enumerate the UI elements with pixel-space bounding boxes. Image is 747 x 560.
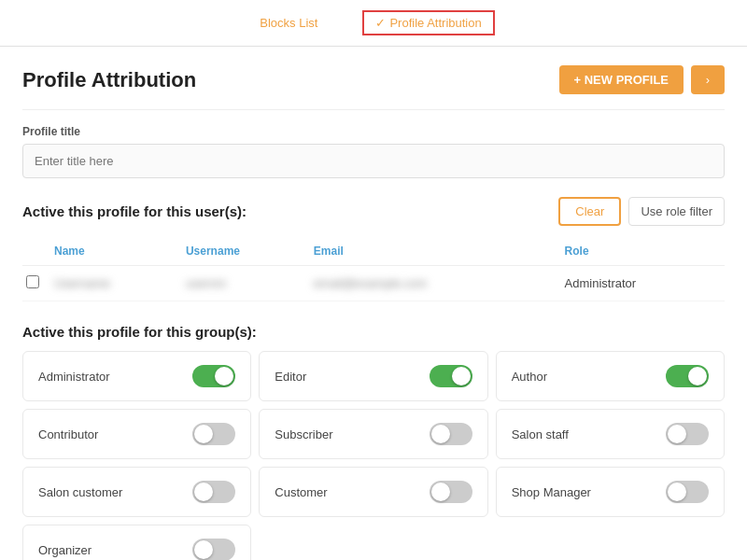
group-label: Salon customer <box>38 485 122 499</box>
row-name: Username <box>50 266 182 301</box>
groups-grid: AdministratorEditorAuthorContributorSubs… <box>22 351 725 560</box>
users-section: Active this profile for this user(s): Cl… <box>22 197 725 301</box>
col-username: Username <box>182 237 310 266</box>
row-checkbox-cell[interactable] <box>22 266 50 301</box>
group-toggle[interactable] <box>192 365 235 387</box>
page-title: Profile Attribution <box>22 68 196 92</box>
group-item: Organizer <box>22 525 251 560</box>
toggle-thumb <box>688 367 707 385</box>
toggle-track[interactable] <box>666 423 709 445</box>
use-role-filter-button[interactable]: Use role filter <box>628 197 725 226</box>
toggle-thumb <box>215 367 233 385</box>
groups-section-title: Active this profile for this group(s): <box>22 324 725 340</box>
table-row: Username usernm email@example.com Admini… <box>22 266 725 301</box>
group-item: Editor <box>259 351 487 401</box>
group-label: Editor <box>275 370 306 384</box>
toggle-track[interactable] <box>192 423 235 445</box>
toggle-track[interactable] <box>192 481 235 503</box>
col-name: Name <box>50 237 182 266</box>
group-label: Administrator <box>38 370 110 384</box>
col-checkbox <box>22 237 50 266</box>
check-icon: ✓ <box>375 16 386 30</box>
group-toggle[interactable] <box>666 423 709 445</box>
group-item: Customer <box>259 467 487 517</box>
toggle-thumb <box>194 483 213 501</box>
group-toggle[interactable] <box>192 539 235 560</box>
row-role: Administrator <box>561 266 725 301</box>
group-item: Salon customer <box>22 467 251 517</box>
row-username: usernm <box>182 266 310 301</box>
groups-section: Active this profile for this group(s): A… <box>22 324 725 560</box>
top-nav: Blocks List ✓Profile Attribution <box>0 0 747 47</box>
group-item: Author <box>496 351 725 401</box>
col-email: Email <box>310 237 561 266</box>
group-label: Salon staff <box>512 427 569 441</box>
header-buttons: + NEW PROFILE › <box>559 65 725 94</box>
group-item: Shop Manager <box>496 467 725 517</box>
group-label: Subscriber <box>275 427 332 441</box>
toggle-thumb <box>668 483 686 501</box>
toggle-thumb <box>668 425 686 443</box>
page-header: Profile Attribution + NEW PROFILE › <box>22 47 725 109</box>
group-label: Customer <box>275 485 327 499</box>
group-item: Subscriber <box>259 409 487 459</box>
toggle-track[interactable] <box>666 481 709 503</box>
header-divider <box>22 109 725 110</box>
clear-button[interactable]: Clear <box>558 197 621 226</box>
users-table: Name Username Email Role Username usernm… <box>22 237 725 301</box>
toggle-track[interactable] <box>666 365 709 387</box>
profile-title-label: Profile title <box>22 125 725 138</box>
toggle-thumb <box>431 483 450 501</box>
group-toggle[interactable] <box>192 481 235 503</box>
group-toggle[interactable] <box>666 481 709 503</box>
group-label: Author <box>512 370 547 384</box>
toggle-track[interactable] <box>430 423 472 445</box>
users-header: Active this profile for this user(s): Cl… <box>22 197 725 226</box>
group-item: Contributor <box>22 409 251 459</box>
toggle-thumb <box>194 425 213 443</box>
users-section-title: Active this profile for this user(s): <box>22 203 247 219</box>
group-label: Contributor <box>38 427 98 441</box>
group-toggle[interactable] <box>430 481 472 503</box>
profile-title-section: Profile title <box>22 125 725 178</box>
toggle-thumb <box>194 540 213 559</box>
group-label: Shop Manager <box>512 485 591 499</box>
group-label: Organizer <box>38 543 92 557</box>
row-checkbox[interactable] <box>26 275 39 288</box>
group-toggle[interactable] <box>430 365 472 387</box>
nav-blocks-list[interactable]: Blocks List <box>252 12 325 34</box>
col-role: Role <box>561 237 725 266</box>
more-options-button[interactable]: › <box>691 65 725 94</box>
toggle-thumb <box>431 425 450 443</box>
toggle-track[interactable] <box>192 539 235 560</box>
nav-profile-attribution[interactable]: ✓Profile Attribution <box>362 10 494 35</box>
main-content: Profile Attribution + NEW PROFILE › Prof… <box>0 47 747 560</box>
row-email: email@example.com <box>310 266 561 301</box>
profile-title-input[interactable] <box>22 144 725 178</box>
group-toggle[interactable] <box>430 423 472 445</box>
filter-buttons: Clear Use role filter <box>558 197 725 226</box>
toggle-track[interactable] <box>192 365 235 387</box>
group-item: Administrator <box>22 351 251 401</box>
toggle-track[interactable] <box>430 481 472 503</box>
group-item: Salon staff <box>496 409 725 459</box>
toggle-track[interactable] <box>430 365 472 387</box>
group-toggle[interactable] <box>192 423 235 445</box>
group-toggle[interactable] <box>666 365 709 387</box>
toggle-thumb <box>452 367 471 385</box>
new-profile-button[interactable]: + NEW PROFILE <box>559 65 684 94</box>
